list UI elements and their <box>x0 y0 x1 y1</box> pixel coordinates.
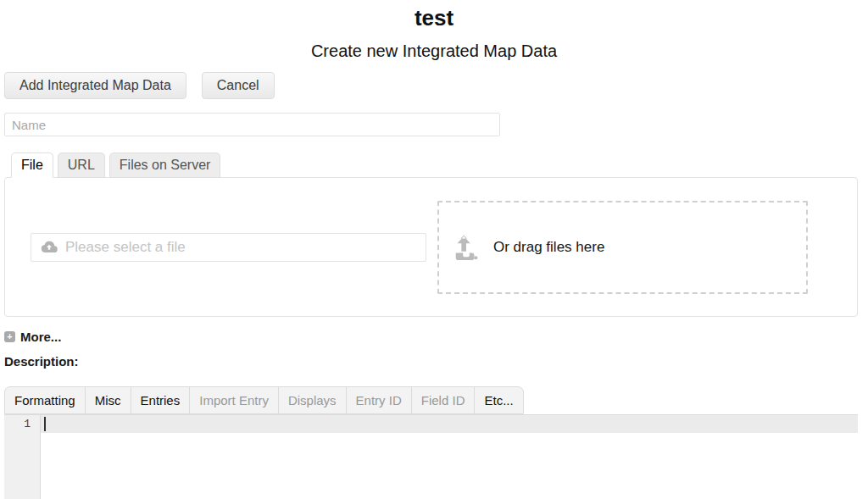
source-tabs: File URL Files on Server <box>4 152 858 178</box>
page-subtitle: Create new Integrated Map Data <box>0 41 868 61</box>
add-integrated-map-data-button[interactable]: Add Integrated Map Data <box>4 72 186 99</box>
plus-icon: + <box>4 331 15 342</box>
name-input[interactable] <box>4 113 500 136</box>
file-upload-panel: Please select a file Or drag files here <box>4 177 858 317</box>
more-toggle[interactable]: + More... <box>4 330 61 344</box>
drag-drop-label: Or drag files here <box>493 239 604 256</box>
editor-line-number-gutter: 1 <box>4 415 41 499</box>
drag-drop-zone[interactable]: Or drag files here <box>437 201 808 294</box>
file-select-field[interactable]: Please select a file <box>31 233 426 262</box>
tab-files-on-server[interactable]: Files on Server <box>109 152 221 178</box>
tab-entry-id: Entry ID <box>347 387 412 413</box>
tab-field-id: Field ID <box>412 387 476 413</box>
tab-url[interactable]: URL <box>58 152 105 178</box>
description-label: Description: <box>4 354 858 369</box>
editor-active-line <box>4 415 858 433</box>
tab-etc[interactable]: Etc... <box>475 387 522 413</box>
file-select-placeholder: Please select a file <box>65 239 186 256</box>
line-number: 1 <box>4 415 40 433</box>
name-row <box>4 113 858 136</box>
upload-tray-icon <box>452 233 481 262</box>
text-cursor <box>44 417 46 431</box>
tab-misc[interactable]: Misc <box>86 387 131 413</box>
cancel-button[interactable]: Cancel <box>202 72 275 99</box>
page-title: test <box>0 5 868 30</box>
tab-displays: Displays <box>279 387 347 413</box>
tab-formatting[interactable]: Formatting <box>5 387 86 413</box>
toolbar: Add Integrated Map Data Cancel <box>4 72 858 99</box>
description-tabbar-wrap: Formatting Misc Entries Import Entry Dis… <box>4 386 858 414</box>
tab-entries[interactable]: Entries <box>131 387 191 413</box>
description-tabbar: Formatting Misc Entries Import Entry Dis… <box>4 386 524 414</box>
tab-import-entry: Import Entry <box>190 387 279 413</box>
tab-file[interactable]: File <box>11 152 53 178</box>
cloud-upload-icon <box>41 239 58 256</box>
description-code-editor[interactable]: 1 <box>4 414 858 499</box>
more-label: More... <box>20 330 61 344</box>
